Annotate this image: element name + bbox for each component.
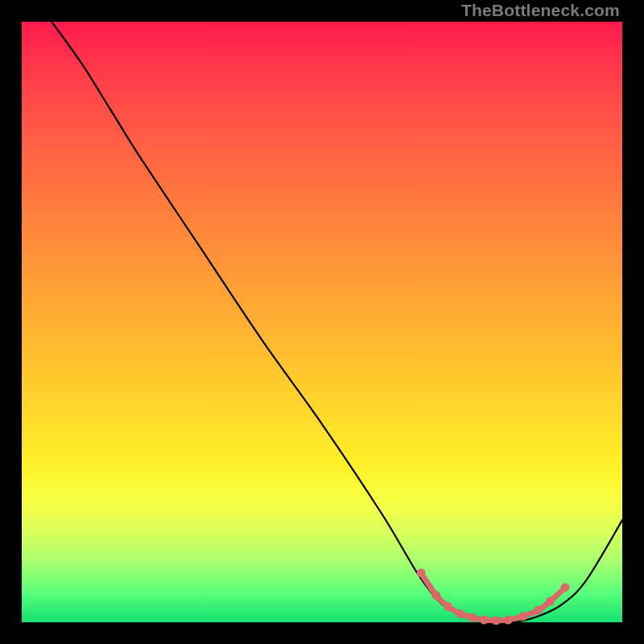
frame: TheBottleneck.com (0, 0, 644, 644)
emphasis-dot (444, 602, 452, 611)
emphasis-dot (534, 606, 543, 615)
emphasis-dot (468, 613, 477, 622)
watermark-text: TheBottleneck.com (461, 1, 620, 20)
emphasis-dot (431, 591, 440, 600)
emphasis-dot (456, 609, 464, 618)
emphasis-dot (561, 583, 570, 592)
emphasis-dots (417, 568, 570, 625)
bottleneck-curve (22, 0, 622, 623)
emphasis-dot (504, 616, 513, 625)
emphasis-dot (546, 597, 555, 605)
emphasis-dot (518, 612, 527, 621)
emphasis-dot (492, 616, 501, 625)
emphasis-dot (480, 616, 489, 625)
chart-svg (22, 22, 622, 622)
emphasis-dot (417, 568, 426, 577)
